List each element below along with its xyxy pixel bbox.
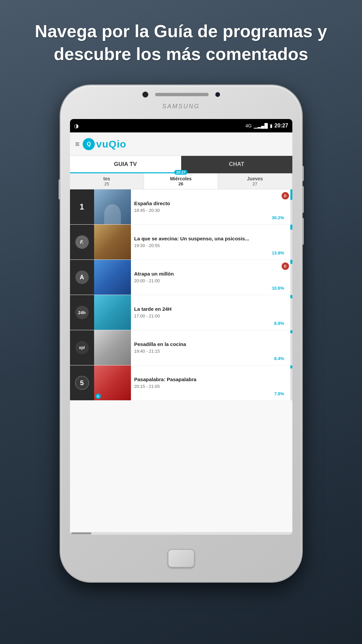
program-thumbnail	[94, 295, 131, 330]
program-bar	[290, 365, 292, 400]
program-bar	[290, 260, 292, 295]
program-info: La tarde en 24H 17:00 - 21:00	[131, 303, 292, 322]
phone-screen: ◑ 4G ▁▂▄█ ▮ 20:27 ≡ Q vuQio	[70, 119, 292, 535]
channel-badge: 5	[75, 376, 89, 390]
channel-badge: A	[75, 271, 89, 284]
program-item[interactable]: A Atrapa un millón 20:00 - 21:00 D 10.6%	[70, 260, 292, 295]
program-percent: 8.4%	[274, 356, 284, 361]
program-thumbnail	[94, 225, 131, 259]
program-bar-fill	[290, 330, 292, 333]
program-bar	[290, 295, 292, 330]
program-time: 20:00 - 21:00	[134, 278, 289, 283]
front-camera	[142, 92, 148, 98]
program-title: Pasapalabra: Pasapalabra	[134, 376, 289, 383]
status-time: 20:27	[275, 123, 288, 129]
program-bar-fill	[290, 365, 292, 368]
volume-button	[59, 179, 61, 199]
program-time: 20:15 - 21:05	[134, 384, 289, 389]
program-thumbnail	[94, 330, 131, 365]
program-bar-fill	[290, 260, 292, 264]
program-item[interactable]: F. La que se avecina: Un suspenso, una p…	[70, 225, 292, 260]
program-time: 19:40 - 21:15	[134, 349, 289, 354]
program-title: La tarde en 24H	[134, 306, 289, 312]
program-thumbnail: N	[94, 365, 131, 400]
program-info: España directo 18:45 - 20:30	[131, 197, 292, 217]
program-item[interactable]: xpl Pesadilla en la cocina 19:40 - 21:15…	[70, 330, 292, 365]
channel-logo: 1	[70, 189, 94, 224]
program-bar	[290, 225, 292, 259]
channel-logo: F.	[70, 225, 94, 259]
proximity-sensor	[215, 92, 220, 97]
tab-chat[interactable]: CHAT	[181, 156, 292, 173]
program-time: 17:00 - 21:00	[134, 313, 289, 318]
program-percent: 10.6%	[272, 286, 284, 291]
status-bar: ◑ 4G ▁▂▄█ ▮ 20:27	[70, 119, 292, 132]
status-left: ◑	[74, 123, 79, 129]
program-title: Pesadilla en la cocina	[134, 341, 289, 348]
program-time: 18:45 - 20:30	[134, 208, 289, 213]
volume-down-button	[302, 218, 304, 245]
app-logo: Q vuQio	[83, 138, 126, 150]
day-item-miercoles[interactable]: 20:27 Miércoles 26	[144, 173, 218, 189]
day-item-jueves[interactable]: Jueves 27	[218, 173, 292, 189]
power-button	[302, 166, 304, 181]
channel-number: 1	[80, 202, 84, 212]
tab-guia-tv[interactable]: GUIA TV	[70, 156, 181, 173]
app-icon: ◑	[74, 123, 79, 129]
phone-top-hardware	[131, 92, 231, 98]
live-badge: D	[282, 262, 289, 270]
live-badge: D	[282, 192, 289, 199]
program-thumbnail	[94, 189, 131, 224]
program-info: Atrapa un millón 20:00 - 21:00	[131, 268, 292, 287]
app-header: ≡ Q vuQio	[70, 132, 292, 156]
program-percent: 30.2%	[272, 215, 284, 220]
scroll-indicator	[70, 532, 292, 535]
program-percent: 13.9%	[272, 250, 284, 255]
program-bar-fill	[290, 225, 292, 230]
program-percent: 8.8%	[274, 321, 284, 326]
scroll-thumb[interactable]	[71, 532, 91, 534]
channel-badge: 24h	[75, 306, 89, 319]
program-list: 1 España directo 18:45 - 20:30 D 30.2%	[70, 189, 292, 532]
program-thumbnail	[94, 260, 131, 295]
network-indicator: 4G	[245, 123, 252, 128]
program-item[interactable]: 1 España directo 18:45 - 20:30 D 30.2%	[70, 189, 292, 225]
program-item[interactable]: 24h La tarde en 24H 17:00 - 21:00 8.8%	[70, 295, 292, 330]
volume-up-button	[302, 186, 304, 213]
samsung-logo: SAMSUNG	[162, 103, 200, 110]
program-bar-fill	[290, 295, 292, 298]
program-info: Pesadilla en la cocina 19:40 - 21:15	[131, 338, 292, 357]
program-bar-fill	[290, 189, 292, 200]
logo-icon: Q	[83, 138, 95, 150]
status-right: 4G ▁▂▄█ ▮ 20:27	[245, 123, 288, 129]
day-item-martes[interactable]: tes 25	[70, 173, 144, 189]
signal-icon: ▁▂▄█	[254, 123, 268, 128]
channel-badge: xpl	[75, 341, 89, 354]
home-button[interactable]	[168, 549, 195, 568]
program-info: Pasapalabra: Pasapalabra 20:15 - 21:05	[131, 373, 292, 393]
page-headline: Navega por la Guía de programas y descub…	[15, 20, 347, 65]
phone-frame: SAMSUNG ◑ 4G ▁▂▄█ ▮ 20:27 ≡ Q vuQio	[61, 85, 302, 582]
earpiece-speaker	[155, 93, 209, 96]
battery-icon: ▮	[270, 123, 273, 128]
program-title: Atrapa un millón	[134, 271, 289, 277]
program-item[interactable]: 5 N Pasapalabra: Pasapalabra 20:15 - 21:…	[70, 365, 292, 401]
today-badge: 20:27	[174, 170, 188, 175]
program-bar	[290, 189, 292, 224]
menu-icon[interactable]: ≡	[75, 140, 80, 149]
channel-logo: 5	[70, 365, 94, 400]
program-title: España directo	[134, 200, 289, 207]
logo-text: vuQio	[96, 138, 126, 150]
channel-logo: xpl	[70, 330, 94, 365]
program-info: La que se avecina: Un suspenso, una psic…	[131, 233, 292, 252]
channel-badge: F.	[75, 235, 89, 249]
program-percent: 7.9%	[274, 391, 284, 396]
program-bar	[290, 330, 292, 365]
channel-logo: A	[70, 260, 94, 295]
new-badge: N	[95, 394, 101, 399]
channel-logo: 24h	[70, 295, 94, 330]
day-selector: tes 25 20:27 Miércoles 26 Jueves 27	[70, 173, 292, 189]
program-title: La que se avecina: Un suspenso, una psic…	[134, 235, 289, 242]
program-time: 19:30 - 20:55	[134, 243, 289, 248]
